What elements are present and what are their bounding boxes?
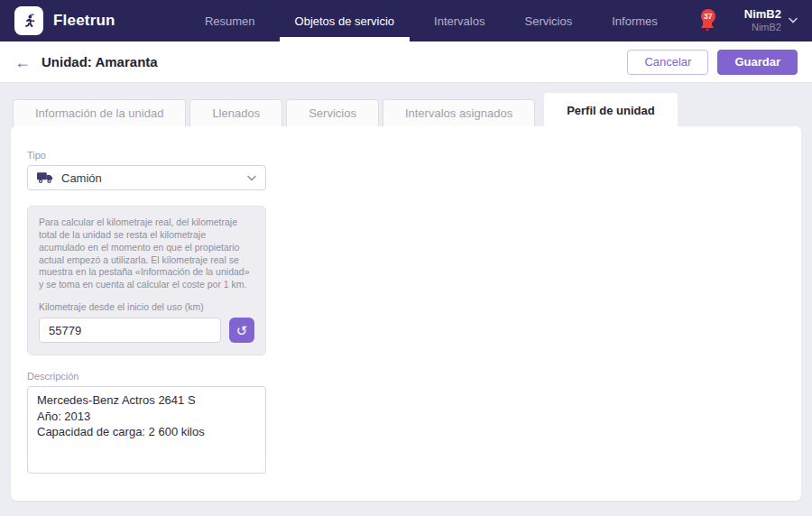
chevron-down-icon [789,17,798,23]
nav-item-resumen[interactable]: Resumen [195,0,265,41]
undo-icon: ↺ [236,324,248,337]
description-textarea[interactable]: Mercedes-Benz Actros 2641 S Año: 2013 Ca… [27,386,266,474]
mileage-label: Kilometraje desde el inicio del uso (km) [39,301,254,312]
cancel-button[interactable]: Cancelar [627,50,708,75]
app-window: Fleetrun Resumen Objetos de servicio Int… [0,0,812,516]
tab-llenados[interactable]: Llenados [189,99,282,126]
tab-informacion-de-la-unidad[interactable]: Información de la unidad [13,99,186,126]
nav-item-informes[interactable]: Informes [602,0,668,41]
reset-mileage-button[interactable]: ↺ [229,318,254,343]
chevron-down-icon [247,175,256,181]
back-arrow-icon[interactable]: ← [14,54,31,70]
unit-profile-panel: Tipo Camión Par [11,126,801,501]
user-menu[interactable]: NimB2 NimB2 [744,8,798,33]
page-toolbar: ← Unidad: Amaranta Cancelar Guardar [0,41,812,83]
description-label: Descripción [27,371,785,382]
top-nav-bar: Fleetrun Resumen Objetos de servicio Int… [0,0,812,41]
type-label: Tipo [27,150,785,161]
user-names: NimB2 NimB2 [744,8,781,33]
nav-item-objetos-de-servicio[interactable]: Objetos de servicio [285,0,405,41]
brand: Fleetrun [14,6,115,35]
save-button[interactable]: Guardar [717,50,798,75]
notifications-bell-icon[interactable]: 37 [697,9,719,32]
page-title: Unidad: Amaranta [42,54,158,69]
type-select-value: Camión [61,171,102,185]
user-name: NimB2 [744,8,781,22]
tab-bar: Información de la unidad Llenados Servic… [11,83,801,126]
mileage-help-box: Para calcular el kilometraje real, del k… [27,206,266,355]
mileage-help-text: Para calcular el kilometraje real, del k… [39,217,254,291]
tab-perfil-de-unidad[interactable]: Perfil de unidad [544,93,678,126]
mileage-row: ↺ [39,318,254,343]
toolbar-actions: Cancelar Guardar [627,50,798,75]
main-nav: Resumen Objetos de servicio Intervalos S… [185,0,678,41]
notification-count-badge: 37 [701,9,715,23]
type-select[interactable]: Camión [27,165,266,190]
user-account: NimB2 [744,22,781,33]
description-block: Descripción Mercedes-Benz Actros 2641 S … [27,371,785,477]
tab-intervalos-asignados[interactable]: Intervalos asignados [383,99,535,126]
truck-icon [37,172,53,184]
mileage-input[interactable] [39,318,221,343]
tab-servicios[interactable]: Servicios [286,99,379,126]
nav-item-servicios[interactable]: Servicios [514,0,582,41]
brand-name: Fleetrun [53,12,115,30]
fleetrun-logo-icon [14,6,43,35]
nav-item-intervalos[interactable]: Intervalos [424,0,494,41]
content-area: Información de la unidad Llenados Servic… [0,83,812,516]
